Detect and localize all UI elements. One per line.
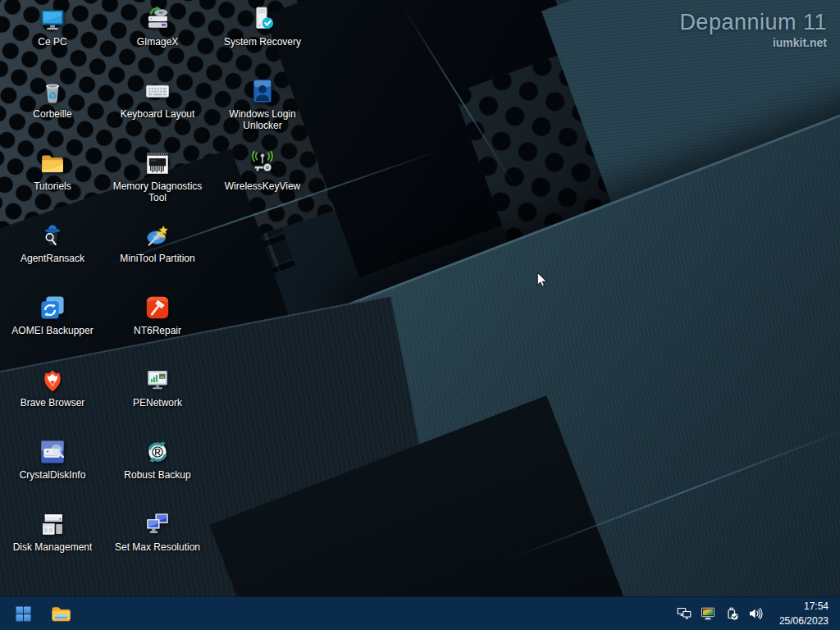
this-pc-icon	[39, 5, 66, 33]
svg-text:♻: ♻	[48, 90, 57, 102]
desktop-icon-folder[interactable]: Tutoriels	[4, 149, 101, 192]
desktop-icon-wireless-key-view[interactable]: WirelessKeyView	[214, 149, 311, 192]
desktop-icon-label: Tutoriels	[34, 180, 71, 192]
pe-network-icon	[144, 366, 171, 394]
desktop-icon-minitool-partition[interactable]: MiniTool Partition	[109, 221, 206, 264]
desktop-icon-label: WirelessKeyView	[225, 180, 300, 192]
disk-management-icon	[39, 510, 66, 538]
desktop-icon-label: Ce PC	[38, 36, 66, 48]
desktop-icon-label: PENetwork	[133, 397, 182, 409]
minitool-partition-icon	[144, 221, 171, 249]
desktop-icon-pe-network[interactable]: PENetwork	[109, 366, 206, 409]
safely-remove-hardware-icon	[724, 606, 739, 621]
desktop-icon-crystal-disk-info[interactable]: CrystalDiskInfo	[4, 438, 101, 481]
crystal-disk-info-icon	[39, 438, 66, 466]
desktop-icon-nt6repair[interactable]: NT6Repair	[109, 294, 206, 336]
clock-date: 25/06/2023	[779, 614, 829, 628]
desktop-icon-robust-backup[interactable]: RRobust Backup	[109, 438, 206, 481]
desktop-icon-system-recovery[interactable]: System Recovery	[214, 5, 311, 48]
display-color-tray-button[interactable]	[698, 600, 719, 628]
desktop-icon-set-max-resolution[interactable]: Set Max Resolution	[109, 510, 206, 553]
start-icon	[14, 605, 33, 623]
start-button[interactable]	[7, 599, 39, 628]
desktop-icon-label: Disk Management	[13, 541, 93, 553]
keyboard-layout-icon	[144, 77, 171, 105]
taskbar-tray-area: 17:54 25/06/2023	[674, 598, 840, 629]
desktop-icon-aomei-backupper[interactable]: AOMEI Backupper	[4, 294, 101, 336]
volume-tray-button[interactable]	[746, 600, 766, 628]
desktop-icon-memory-diagnostics[interactable]: Memory Diagnostics Tool	[109, 149, 206, 203]
desktop-icon-label: Windows Login Unlocker	[214, 108, 311, 131]
desktop-icon-label: NT6Repair	[134, 325, 181, 336]
recycle-bin-icon: ♻	[39, 77, 66, 105]
desktop-icon-label: Corbeille	[33, 108, 71, 120]
desktop-icon-windows-login-unlocker[interactable]: Windows Login Unlocker	[214, 77, 311, 131]
robust-backup-icon: R	[144, 438, 171, 466]
desktop-icon-label: CrystalDiskInfo	[20, 469, 86, 481]
desktop-icon-label: Keyboard Layout	[121, 108, 195, 120]
display-color-icon	[701, 606, 715, 621]
gimagex-icon	[144, 5, 171, 33]
taskbar-clock[interactable]: 17:54 25/06/2023	[776, 598, 832, 629]
desktop-icon-label: Set Max Resolution	[115, 541, 200, 553]
svg-text:R: R	[154, 447, 161, 457]
desktop-icon-brave-browser[interactable]: Brave Browser	[4, 366, 101, 409]
desktop-icon-label: Brave Browser	[21, 397, 85, 409]
desktop-icon-label: AgentRansack	[21, 253, 84, 264]
mouse-cursor-icon	[533, 270, 550, 293]
system-recovery-icon	[249, 5, 276, 33]
desktop-icon-agent-ransack[interactable]: AgentRansack	[4, 221, 101, 264]
agent-ransack-icon	[39, 221, 66, 249]
desktop-icon-recycle-bin[interactable]: ♻Corbeille	[4, 77, 101, 120]
desktop-screen: Depannium 11 iumkit.net Ce PC♻CorbeilleT…	[0, 0, 840, 630]
set-max-resolution-icon	[144, 510, 171, 538]
taskbar: 17:54 25/06/2023	[0, 596, 840, 630]
file-explorer-button[interactable]	[44, 599, 77, 628]
aomei-backupper-icon	[39, 294, 66, 322]
safely-remove-hardware-tray-button[interactable]	[722, 600, 742, 628]
desktop-icon-this-pc[interactable]: Ce PC	[4, 5, 101, 48]
desktop-icon-label: Robust Backup	[124, 469, 190, 481]
desktop-icon-label: System Recovery	[224, 36, 301, 48]
network-tray-button[interactable]	[674, 600, 695, 628]
desktop-icon-label: MiniTool Partition	[120, 253, 194, 264]
wireless-key-view-icon	[249, 149, 276, 177]
desktop-icon-grid: Ce PC♻CorbeilleTutorielsAgentRansackAOME…	[0, 0, 840, 597]
desktop-icon-label: Memory Diagnostics Tool	[109, 180, 206, 203]
memory-diagnostics-icon	[144, 149, 171, 177]
desktop-icon-label: GImageX	[137, 36, 179, 48]
desktop-icon-disk-management[interactable]: Disk Management	[4, 510, 101, 553]
desktop-icon-keyboard-layout[interactable]: Keyboard Layout	[109, 77, 206, 120]
volume-icon	[748, 606, 763, 621]
brave-browser-icon	[39, 366, 66, 394]
network-icon	[677, 606, 692, 621]
file-explorer-icon	[50, 603, 72, 625]
desktop-icon-label: AOMEI Backupper	[11, 325, 93, 336]
system-tray	[674, 600, 766, 628]
clock-time: 17:54	[779, 599, 829, 614]
windows-login-unlocker-icon	[249, 77, 276, 105]
desktop-icon-gimagex[interactable]: GImageX	[109, 5, 206, 48]
taskbar-buttons	[0, 599, 77, 628]
nt6repair-icon	[144, 294, 171, 322]
folder-icon	[39, 149, 66, 177]
